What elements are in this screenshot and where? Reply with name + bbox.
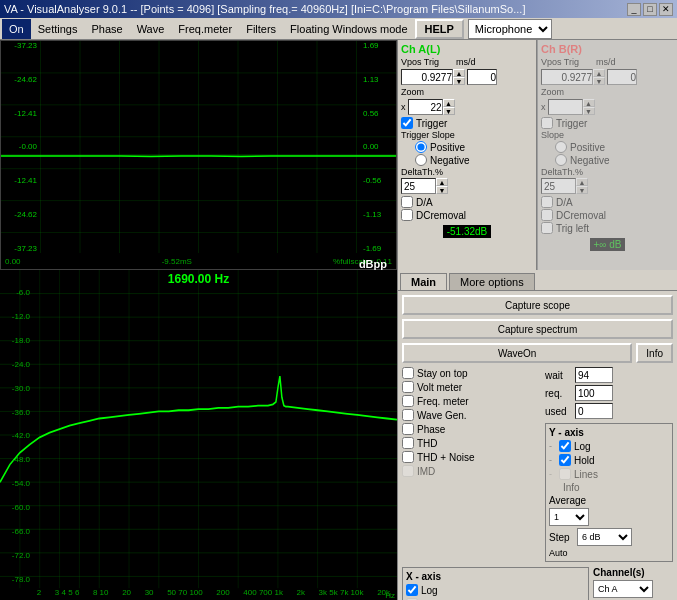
used-input[interactable]: [575, 403, 613, 419]
menu-on[interactable]: On: [2, 19, 31, 39]
spectrum-y-labels: -6.0 -12.0 -18.0 -24.0 -30.0 -36.0 -42.0…: [0, 288, 32, 584]
wave-gen-check[interactable]: [402, 409, 414, 421]
imd-check[interactable]: [402, 465, 414, 477]
ch-b-dc-check[interactable]: [541, 209, 553, 221]
title-bar: VA - VisualAnalyser 9.0.1 -- [Points = 4…: [0, 0, 677, 18]
channel-select[interactable]: Ch A Ch B Ch A+B: [593, 580, 653, 598]
stay-on-top-check[interactable]: [402, 367, 414, 379]
time-end: -9.52mS: [162, 257, 192, 266]
title-text: VA - VisualAnalyser 9.0.1 -- [Points = 4…: [4, 3, 525, 15]
ch-b-db-area: +∞ dB: [541, 238, 674, 250]
y-log-check[interactable]: [559, 440, 571, 452]
close-button[interactable]: ✕: [659, 3, 673, 16]
wait-input[interactable]: [575, 367, 613, 383]
thd-noise-check[interactable]: [402, 451, 414, 463]
phase-row: Phase: [402, 423, 541, 435]
thd-noise-row: THD + Noise: [402, 451, 541, 463]
volt-meter-check[interactable]: [402, 381, 414, 393]
ch-b-delta-input[interactable]: [541, 178, 576, 194]
y-info-row: Info: [549, 482, 669, 493]
ch-a-positive-row: Positive: [401, 141, 533, 153]
ch-a-positive-radio[interactable]: [415, 141, 427, 153]
ch-b-vpos-down[interactable]: ▼: [593, 77, 605, 85]
req-label: req.: [545, 388, 575, 399]
menu-settings[interactable]: Settings: [31, 19, 85, 39]
waveon-btn[interactable]: WaveOn: [402, 343, 632, 363]
ch-a-vpos-up[interactable]: ▲: [453, 69, 465, 77]
ch-a-zoom-down[interactable]: ▼: [443, 107, 455, 115]
x-log-check[interactable]: [406, 584, 418, 596]
ch-a-negative-radio[interactable]: [415, 154, 427, 166]
main-two-cols: Stay on top Volt meter Freq. meter: [402, 367, 673, 565]
ch-a-trigger-row: Trigger: [401, 117, 533, 129]
ch-b-ms-input[interactable]: [607, 69, 637, 85]
ch-b-vpos-up[interactable]: ▲: [593, 69, 605, 77]
wave-gen-label: Wave Gen.: [417, 410, 467, 421]
ch-a-dc-check[interactable]: [401, 209, 413, 221]
input-device-select[interactable]: Microphone: [468, 19, 552, 39]
ch-b-positive-radio[interactable]: [555, 141, 567, 153]
ch-a-da-row: D/A: [401, 196, 533, 208]
ch-b-zoom-input[interactable]: [548, 99, 583, 115]
ch-a-delta-input[interactable]: [401, 178, 436, 194]
thd-check[interactable]: [402, 437, 414, 449]
avg-select[interactable]: 1 2 4: [549, 508, 589, 526]
ch-a-vpos-input[interactable]: [401, 69, 453, 85]
ch-b-da-check[interactable]: [541, 196, 553, 208]
capture-scope-btn[interactable]: Capture scope: [402, 295, 673, 315]
ch-b-delta-spinners: ▲ ▼: [576, 178, 588, 194]
ch-a-trigger-check[interactable]: [401, 117, 413, 129]
step-select[interactable]: 6 dB 3 dB 10 dB: [577, 528, 632, 546]
minimize-button[interactable]: _: [627, 3, 641, 16]
stay-on-top-row: Stay on top: [402, 367, 541, 379]
wait-label: wait: [545, 370, 575, 381]
ch-a-delta-down[interactable]: ▼: [436, 186, 448, 194]
ch-b-negative-row: Negative: [541, 154, 674, 166]
tab-main[interactable]: Main: [400, 273, 447, 290]
phase-check[interactable]: [402, 423, 414, 435]
ch-a-delta-up[interactable]: ▲: [436, 178, 448, 186]
y-lines-check[interactable]: [559, 468, 571, 480]
ch-b-negative-label: Negative: [570, 155, 609, 166]
ch-a-zoom-input[interactable]: [408, 99, 443, 115]
thd-noise-label: THD + Noise: [417, 452, 475, 463]
scope-top-wrapper: -37.23 -24.62 -12.41 -0.00 -12.41 -24.62…: [0, 40, 677, 270]
ch-b-vpos-input[interactable]: [541, 69, 593, 85]
ch-a-da-check[interactable]: [401, 196, 413, 208]
ch-b-zoom-down[interactable]: ▼: [583, 107, 595, 115]
ch-b-zoom-up[interactable]: ▲: [583, 99, 595, 107]
ch-a-zoom-spinners: ▲ ▼: [443, 99, 455, 115]
menu-floating[interactable]: Floating Windows mode: [283, 19, 414, 39]
ch-a-positive-label: Positive: [430, 142, 465, 153]
menu-wave[interactable]: Wave: [130, 19, 172, 39]
ch-b-delta-up[interactable]: ▲: [576, 178, 588, 186]
ch-a-ms-input[interactable]: [467, 69, 497, 85]
x-axis-section: X - axis Log true X Fit screen: [402, 567, 589, 600]
help-button[interactable]: HELP: [415, 19, 464, 39]
wave-gen-row: Wave Gen.: [402, 409, 541, 421]
avg-label: Average: [549, 495, 597, 506]
req-input[interactable]: [575, 385, 613, 401]
menu-phase[interactable]: Phase: [84, 19, 129, 39]
freq-meter-check[interactable]: [402, 395, 414, 407]
capture-spectrum-btn[interactable]: Capture spectrum: [402, 319, 673, 339]
ch-a-vpos-down[interactable]: ▼: [453, 77, 465, 85]
menu-filters[interactable]: Filters: [239, 19, 283, 39]
y-log-label: Log: [574, 441, 591, 452]
tab-more-options[interactable]: More options: [449, 273, 535, 290]
x-axis-title: X - axis: [406, 571, 585, 582]
maximize-button[interactable]: □: [643, 3, 657, 16]
y-hold-check[interactable]: [559, 454, 571, 466]
ch-b-negative-radio[interactable]: [555, 154, 567, 166]
channel-a-panel: Ch A(L) Vpos Trig ms/d ▲ ▼ Zoom: [397, 40, 537, 270]
ch-a-zoom-up[interactable]: ▲: [443, 99, 455, 107]
oscilloscope-area: -37.23 -24.62 -12.41 -0.00 -12.41 -24.62…: [0, 40, 677, 600]
ch-b-delta-down[interactable]: ▼: [576, 186, 588, 194]
ch-b-trigleft-check[interactable]: [541, 222, 553, 234]
fullscale-label: %fullscale=-0.11: [333, 257, 392, 266]
spectrum-x-labels: 2 3 4 5 6 8 10 20 30 50 70 100 200 400 7…: [30, 584, 397, 600]
info-btn[interactable]: Info: [636, 343, 673, 363]
ch-b-trigger-check[interactable]: [541, 117, 553, 129]
menu-freqmeter[interactable]: Freq.meter: [171, 19, 239, 39]
ch-b-value-row: ▲ ▼: [541, 69, 674, 85]
